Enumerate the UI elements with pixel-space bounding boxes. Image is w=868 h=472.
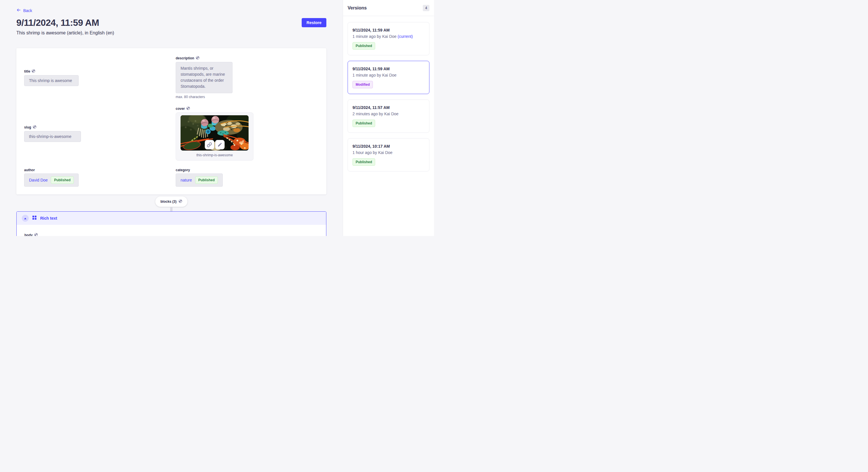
cover-image: [181, 115, 249, 150]
globe-icon: [186, 106, 190, 111]
version-card-selected[interactable]: 9/11/2024, 11:59 AM 1 minute ago by Kai …: [348, 61, 429, 94]
edit-button[interactable]: [215, 140, 224, 149]
category-relation-link[interactable]: nature: [181, 178, 192, 182]
author-relation-box: David Doe Published: [24, 173, 79, 187]
version-status-badge: Published: [352, 42, 375, 49]
back-link[interactable]: Back: [17, 8, 32, 13]
cover-caption: this-shrimp-is-awesome: [181, 153, 249, 157]
description-textarea: Mantis shrimps, or stomatopods, are mari…: [176, 62, 232, 93]
versions-sidebar-header: Versions 4: [343, 0, 434, 16]
slug-field-label: slug: [24, 125, 31, 129]
body-field-label: body: [24, 233, 33, 236]
page-subtitle: This shrimp is awesome (article), in Eng…: [17, 30, 327, 36]
copy-link-button[interactable]: [205, 140, 214, 149]
version-status-badge: Modified: [352, 81, 373, 88]
version-date: 9/11/2024, 11:59 AM: [352, 28, 425, 32]
version-date: 9/11/2024, 11:59 AM: [352, 67, 425, 71]
version-current-label: (current): [398, 34, 413, 39]
version-card[interactable]: 9/11/2024, 11:57 AM 2 minutes ago by Kai…: [348, 100, 429, 133]
version-meta: 1 minute ago by Kai Doe(current): [352, 34, 425, 39]
author-relation-link[interactable]: David Doe: [29, 178, 48, 182]
richtext-component-body: body: [17, 225, 326, 236]
cover-field-label: cover: [176, 107, 185, 111]
globe-icon: [32, 69, 35, 74]
field-author: author David Doe Published: [24, 168, 167, 187]
title-field-label: title: [24, 69, 30, 73]
cover-actions: [205, 140, 224, 149]
component-grid-icon: [32, 216, 36, 221]
blocks-connector: [170, 207, 173, 211]
author-field-label: author: [24, 168, 35, 172]
blocks-field: blocks (3): [17, 196, 327, 211]
version-meta: 2 minutes ago by Kai Doe: [352, 111, 425, 116]
globe-icon: [34, 233, 38, 236]
version-date: 9/11/2024, 11:57 AM: [352, 105, 425, 110]
version-date: 9/11/2024, 10:17 AM: [352, 144, 425, 148]
globe-icon: [179, 199, 182, 204]
restore-button[interactable]: Restore: [302, 18, 327, 27]
title-input: [24, 75, 79, 86]
version-list: 9/11/2024, 11:59 AM 1 minute ago by Kai …: [343, 16, 434, 177]
blocks-field-label: blocks (3): [160, 200, 177, 204]
versions-count-badge: 4: [423, 5, 429, 11]
version-meta-text: 1 minute ago by Kai Doe: [352, 34, 396, 39]
main-content: Back 9/11/2024, 11:59 AM Restore This sh…: [0, 0, 343, 236]
category-relation-box: nature Published: [176, 173, 223, 187]
versions-sidebar: Versions 4 9/11/2024, 11:59 AM 1 minute …: [343, 0, 434, 236]
globe-icon: [33, 125, 36, 130]
chevron-up-icon: [24, 216, 27, 221]
version-card[interactable]: 9/11/2024, 11:59 AM 1 minute ago by Kai …: [348, 22, 429, 55]
version-status-badge: Published: [352, 158, 375, 166]
author-status-badge: Published: [51, 176, 73, 184]
slug-input: [24, 131, 81, 142]
description-field-label: description: [176, 56, 194, 60]
field-category: category nature Published: [176, 168, 319, 187]
cover-media-card: this-shrimp-is-awesome: [176, 112, 253, 161]
version-meta: 1 hour ago by Kai Doe: [352, 150, 425, 155]
version-meta: 1 minute ago by Kai Doe: [352, 73, 425, 77]
component-name: Rich text: [40, 216, 57, 221]
versions-heading: Versions: [348, 5, 367, 11]
page-title: 9/11/2024, 11:59 AM: [17, 18, 99, 28]
back-arrow-icon: [17, 8, 21, 13]
description-hint: max. 80 characters: [176, 95, 319, 99]
richtext-component-header: Rich text: [17, 212, 326, 225]
field-slug: slug: [24, 125, 167, 142]
version-status-badge: Published: [352, 120, 375, 127]
globe-icon: [196, 56, 199, 61]
blocks-field-pill: blocks (3): [155, 196, 187, 207]
richtext-component-block: Rich text body: [17, 211, 327, 236]
version-fields-card: title description Mantis: [17, 48, 327, 194]
field-title: title: [24, 69, 167, 86]
back-label: Back: [23, 8, 32, 13]
pencil-icon: [217, 142, 222, 147]
version-card[interactable]: 9/11/2024, 10:17 AM 1 hour ago by Kai Do…: [348, 138, 429, 171]
field-description: description Mantis shrimps, or stomatopo…: [176, 56, 319, 99]
category-status-badge: Published: [195, 176, 218, 184]
collapse-button[interactable]: [22, 215, 29, 222]
category-field-label: category: [176, 168, 190, 172]
link-icon: [207, 142, 212, 147]
field-cover: cover: [176, 106, 319, 161]
